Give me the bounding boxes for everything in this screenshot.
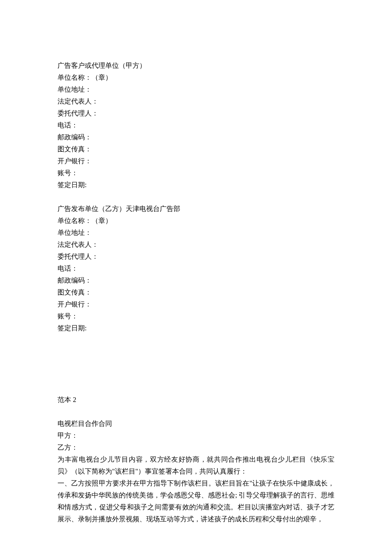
party-b-section: 广告发布单位（乙方）天津电视台广告部 单位名称：（章） 单位地址： 法定代表人：…	[58, 203, 334, 334]
party-b-field: 邮政编码：	[58, 275, 334, 286]
party-b-field: 委托代理人：	[58, 251, 334, 263]
party-a-field: 签定日期:	[58, 179, 334, 191]
party-a-field: 账号：	[58, 167, 334, 179]
party-a-field: 电话：	[58, 119, 334, 131]
template-label: 范本 2	[58, 394, 334, 406]
party-b-field: 法定代表人：	[58, 239, 334, 251]
contract-title: 电视栏目合作合同	[58, 418, 334, 430]
party-b-field: 开户银行：	[58, 298, 334, 310]
contract-clause-1: 一、乙方按照甲方要求并在甲方指导下制作该栏目。该栏目旨在"让孩子在快乐中健康成长…	[58, 477, 334, 525]
party-b-field: 账号：	[58, 310, 334, 322]
party-a-section: 广告客户或代理单位（甲方） 单位名称：（章） 单位地址： 法定代表人： 委托代理…	[58, 60, 334, 191]
party-a-field: 图文传真：	[58, 143, 334, 155]
template-2-section: 电视栏目合作合同 甲方： 乙方： 为丰富电视台少儿节目内容，双方经友好协商，就共…	[58, 418, 334, 525]
party-a-field: 邮政编码：	[58, 131, 334, 143]
section-gap	[58, 346, 334, 394]
party-b-header: 广告发布单位（乙方）天津电视台广告部	[58, 203, 334, 215]
party-b-field: 单位名称：（章）	[58, 215, 334, 227]
template-2-label: 范本 2	[58, 394, 334, 406]
party-b-field: 电话：	[58, 263, 334, 275]
party-a-field: 委托代理人：	[58, 107, 334, 119]
party-a-header: 广告客户或代理单位（甲方）	[58, 60, 334, 72]
party-a-field: 开户银行：	[58, 155, 334, 167]
party-a-field: 单位地址：	[58, 84, 334, 95]
party-b-field: 图文传真：	[58, 286, 334, 298]
contract-party-a: 甲方：	[58, 430, 334, 442]
party-b-field: 签定日期:	[58, 322, 334, 334]
party-a-field: 法定代表人：	[58, 95, 334, 107]
party-b-field: 单位地址：	[58, 227, 334, 239]
contract-party-b: 乙方：	[58, 442, 334, 454]
contract-intro: 为丰富电视台少儿节目内容，双方经友好协商，就共同合作推出电视台少儿栏目《快乐宝贝…	[58, 454, 334, 477]
party-a-field: 单位名称：（章）	[58, 72, 334, 84]
